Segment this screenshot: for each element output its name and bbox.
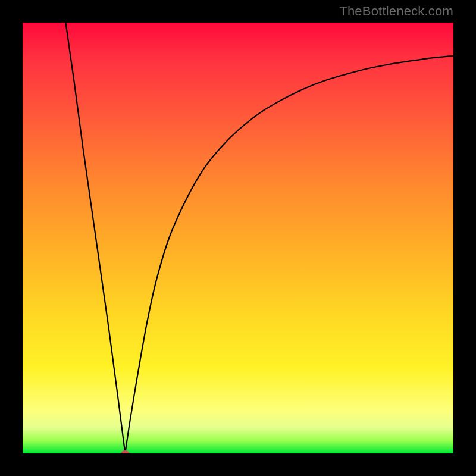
svg-point-0 [121,450,129,453]
attribution-text: TheBottleneck.com [339,4,453,19]
chart-frame: TheBottleneck.com [0,0,476,476]
bottleneck-curve [23,23,453,453]
chart-plot-area [23,23,453,453]
